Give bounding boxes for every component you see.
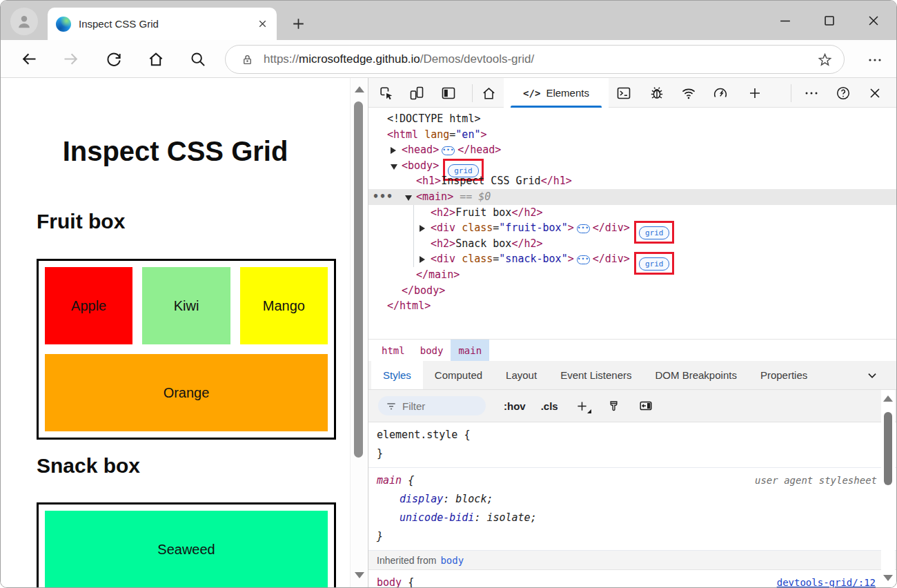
stylesheet-source-link[interactable]: devtools-grid/:12 <box>777 574 876 588</box>
tab-elements[interactable]: </> Elements <box>504 78 609 108</box>
scroll-up-arrow-icon[interactable] <box>355 86 364 92</box>
element-class-toggle[interactable]: .cls <box>541 400 558 412</box>
dom-tree-row[interactable]: </body> <box>368 283 896 299</box>
new-style-rule-icon[interactable] <box>575 398 590 413</box>
back-button[interactable] <box>20 50 39 68</box>
dom-tree-row[interactable]: <!DOCTYPE html> <box>368 111 896 127</box>
breadcrumb-item-html[interactable]: html <box>374 340 413 361</box>
filter-input[interactable] <box>402 400 478 412</box>
scroll-up-arrow-icon[interactable] <box>883 395 893 402</box>
forward-button[interactable] <box>61 50 80 68</box>
reload-button[interactable] <box>104 50 123 68</box>
address-bar[interactable]: https://microsoftedge.github.io/Demos/de… <box>225 45 845 74</box>
rule-selector: main <box>377 474 402 487</box>
network-wifi-icon[interactable] <box>680 85 697 101</box>
console-icon[interactable] <box>615 85 632 101</box>
expand-inline-icon[interactable]: ••• <box>442 146 455 155</box>
search-button[interactable] <box>188 50 207 68</box>
style-rule-body[interactable]: devtools-grid/:12body { margin: 2em; <box>368 570 896 588</box>
collapse-arrow-icon[interactable] <box>391 147 396 154</box>
add-tool-icon[interactable] <box>747 85 763 101</box>
dom-tree-row[interactable]: <h2>Snack box</h2> <box>368 236 896 252</box>
toggle-sidebar-icon[interactable] <box>638 398 653 413</box>
debug-bug-icon[interactable] <box>649 85 665 101</box>
dom-tree-row[interactable]: </html> <box>368 298 896 314</box>
inherited-from-link[interactable]: body <box>440 555 464 566</box>
tab-event-listeners[interactable]: Event Listeners <box>549 361 643 389</box>
inherited-from-label: Inherited from <box>377 555 436 566</box>
close-devtools-icon[interactable] <box>867 85 883 101</box>
dom-token: </h2> <box>511 237 542 250</box>
styles-filter-field[interactable] <box>378 396 486 415</box>
expand-inline-icon[interactable]: ••• <box>577 255 590 264</box>
tab-properties[interactable]: Properties <box>749 361 819 389</box>
dom-tree-row[interactable]: <div class="fruit-box">•••</div>grid <box>368 220 896 236</box>
dom-token: class <box>462 222 493 234</box>
grid-cell-apple: Apple <box>45 267 132 344</box>
dom-tree-row[interactable]: <html lang="en"> <box>368 127 896 143</box>
tab-close-icon[interactable] <box>257 18 268 30</box>
styles-scrollbar-thumb[interactable] <box>884 412 892 485</box>
expand-arrow-icon[interactable] <box>391 164 397 170</box>
row-menu-dots-icon[interactable]: ••• <box>373 189 393 205</box>
page-scrollbar[interactable] <box>350 78 366 588</box>
expand-inline-icon[interactable]: ••• <box>577 224 590 233</box>
dock-side-icon[interactable] <box>440 85 457 101</box>
styles-pane: element.style { } user agent stylesheetm… <box>368 422 896 588</box>
dom-token: <head> <box>402 144 439 156</box>
dom-tree-row[interactable]: </main> <box>368 267 896 283</box>
dom-token: </div> <box>593 222 630 234</box>
url-domain: microsoftedge.github.io <box>299 52 420 66</box>
performance-gauge-icon[interactable] <box>712 85 729 101</box>
collapse-arrow-icon[interactable] <box>420 225 425 232</box>
window-close-button[interactable] <box>866 13 881 28</box>
tab-layout[interactable]: Layout <box>494 361 549 389</box>
browser-tab[interactable]: Inspect CSS Grid <box>48 8 277 40</box>
dom-tree-row[interactable]: <body>grid <box>368 158 896 174</box>
paint-brush-icon[interactable] <box>607 398 622 413</box>
styles-scrollbar[interactable] <box>881 390 895 588</box>
rule-selector: element.style <box>377 429 457 441</box>
devtools-home-icon[interactable] <box>480 85 497 101</box>
style-rule-main[interactable]: user agent stylesheetmain { display: blo… <box>368 468 896 551</box>
dom-token: <html <box>387 128 424 141</box>
chevron-down-icon[interactable] <box>865 368 880 383</box>
breadcrumb-item-body[interactable]: body <box>413 340 451 361</box>
tab-computed[interactable]: Computed <box>423 361 494 389</box>
dom-tree-row[interactable]: <h1>Inspect CSS Grid</h1> <box>368 173 896 189</box>
expand-arrow-icon[interactable] <box>405 195 412 201</box>
sidebar-tabs: StylesComputedLayoutEvent ListenersDOM B… <box>368 361 896 390</box>
device-emulation-icon[interactable] <box>408 85 425 101</box>
css-property[interactable]: display: block; <box>377 490 887 509</box>
page-scrollbar-thumb[interactable] <box>354 101 363 458</box>
favorite-star-icon[interactable] <box>817 52 833 68</box>
css-property[interactable]: unicode-bidi: isolate; <box>377 509 887 527</box>
dom-tree-row[interactable]: <head>•••</head> <box>368 142 896 158</box>
pseudo-state-toggle[interactable]: :hov <box>504 400 526 412</box>
dom-token: "snack-box" <box>499 253 567 265</box>
dom-tree-row[interactable]: <h2>Fruit box</h2> <box>368 205 896 221</box>
profile-avatar[interactable] <box>10 8 38 35</box>
dom-token: Inspect CSS Grid <box>441 175 541 187</box>
more-tools-icon[interactable] <box>803 85 820 101</box>
inspect-element-icon[interactable] <box>378 85 395 101</box>
dom-token: <h1> <box>416 175 441 187</box>
dom-tree-row[interactable]: <div class="snack-box">•••</div>grid <box>368 251 896 267</box>
home-button[interactable] <box>146 50 165 68</box>
fruit-box-grid: AppleKiwiMangoOrange <box>37 259 336 440</box>
collapse-arrow-icon[interactable] <box>420 256 425 263</box>
new-tab-button[interactable] <box>288 13 308 34</box>
scroll-down-arrow-icon[interactable] <box>355 572 364 578</box>
dom-tree-row-selected[interactable]: •••<main> == $0 <box>368 189 896 205</box>
breadcrumb-item-main[interactable]: main <box>451 340 489 361</box>
tab-styles[interactable]: Styles <box>371 361 423 389</box>
browser-menu-button[interactable] <box>866 51 884 69</box>
help-icon[interactable] <box>835 85 851 101</box>
style-rule-element[interactable]: element.style { } <box>368 422 896 468</box>
dom-token: <body> <box>402 159 439 172</box>
scroll-down-arrow-icon[interactable] <box>883 575 893 581</box>
window-maximize-button[interactable] <box>822 13 837 28</box>
filter-icon <box>385 400 397 412</box>
tab-dom-breakpoints[interactable]: DOM Breakpoints <box>644 361 749 389</box>
window-minimize-button[interactable] <box>778 13 793 28</box>
